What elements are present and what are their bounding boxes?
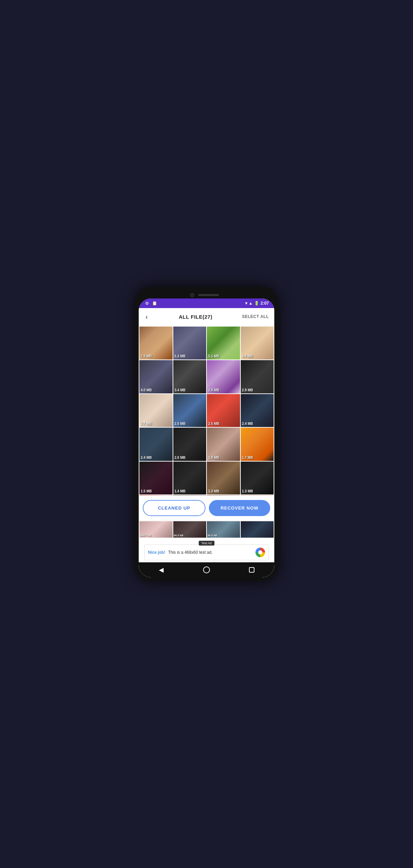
photo-size-label-13: 2.4 MB bbox=[141, 456, 152, 460]
photo-cell-19[interactable]: 1.3 MB bbox=[207, 462, 240, 495]
photo-cell-10[interactable]: 2.5 MB bbox=[173, 394, 206, 427]
photo-size-label-15: 1.9 MB bbox=[208, 456, 219, 460]
nav-recent-button[interactable] bbox=[247, 565, 256, 575]
photo-cell-18[interactable]: 1.4 MB bbox=[173, 462, 206, 495]
ad-banner: Test Ad Nice job! This is a 468x60 test … bbox=[144, 545, 269, 560]
ad-area: 996.7 kB96.5 kB96.0 kB Test Ad Nice job!… bbox=[139, 520, 274, 562]
photo-size-label-11: 2.5 MB bbox=[208, 422, 219, 426]
signal-icon: ▲ bbox=[249, 301, 253, 306]
photo-cell-21[interactable] bbox=[139, 495, 173, 496]
recent-square-icon bbox=[249, 567, 254, 573]
photo-cell-5[interactable]: 4.0 MB bbox=[139, 360, 173, 393]
photo-size-label-6: 3.4 MB bbox=[175, 388, 186, 392]
photo-cell-11[interactable]: 2.5 MB bbox=[207, 394, 240, 427]
page-title: ALL FILE(27) bbox=[179, 314, 212, 320]
photo-size-label-3: 5.1 MB bbox=[208, 354, 219, 358]
phone-frame: ⊙ 📋 ▾ ▲ 🔋 2:07 ‹ ALL FILE(27) SELECT ALL… bbox=[135, 287, 278, 582]
status-left-icons: ⊙ 📋 bbox=[144, 301, 157, 306]
photo-size-label-7: 2.9 MB bbox=[208, 388, 219, 392]
action-buttons-bar: CLEANED UP RECOVER NOW bbox=[139, 496, 274, 520]
photo-size-label-4: 4.8 MB bbox=[242, 354, 253, 358]
photo-size-label-12: 2.4 MB bbox=[242, 422, 253, 426]
wifi-icon: ▾ bbox=[245, 301, 247, 306]
photo-size-label-8: 2.9 MB bbox=[242, 388, 253, 392]
photo-size-label-9: 2.7 MB bbox=[141, 422, 152, 426]
home-circle-icon bbox=[203, 566, 210, 573]
photo-cell-13[interactable]: 2.4 MB bbox=[139, 428, 173, 461]
photo-cell-8[interactable]: 2.9 MB bbox=[241, 360, 274, 393]
bottom-thumbnails: 996.7 kB96.5 kB96.0 kB bbox=[139, 521, 274, 538]
photo-grid-container[interactable]: 7.9 MB5.3 MB5.1 MB4.8 MB4.0 MB3.4 MB2.9 … bbox=[139, 326, 274, 496]
photo-cell-14[interactable]: 2.0 MB bbox=[173, 428, 206, 461]
photo-cell-7[interactable]: 2.9 MB bbox=[207, 360, 240, 393]
photo-size-label-16: 1.7 MB bbox=[242, 456, 253, 460]
speaker bbox=[198, 294, 219, 296]
photo-cell-3[interactable]: 5.1 MB bbox=[207, 327, 240, 360]
photo-size-label-14: 2.0 MB bbox=[175, 456, 186, 460]
bottom-size-label-2: 96.5 kB bbox=[174, 534, 184, 537]
ad-description: This is a 468x60 test ad. bbox=[168, 550, 253, 555]
nav-home-button[interactable] bbox=[202, 565, 211, 575]
navigation-bar: ◀ bbox=[139, 562, 274, 577]
photo-cell-9[interactable]: 2.7 MB bbox=[139, 394, 173, 427]
bottom-size-label-3: 96.0 kB bbox=[208, 534, 217, 537]
photo-cell-1[interactable]: 7.9 MB bbox=[139, 327, 173, 360]
photo-grid: 7.9 MB5.3 MB5.1 MB4.8 MB4.0 MB3.4 MB2.9 … bbox=[139, 326, 274, 496]
bottom-thumb-1[interactable]: 996.7 kB bbox=[139, 521, 173, 538]
photo-size-label-5: 4.0 MB bbox=[141, 388, 152, 392]
status-bar: ⊙ 📋 ▾ ▲ 🔋 2:07 bbox=[139, 298, 274, 308]
phone-screen: ⊙ 📋 ▾ ▲ 🔋 2:07 ‹ ALL FILE(27) SELECT ALL… bbox=[139, 298, 274, 577]
photo-cell-24[interactable] bbox=[241, 495, 274, 496]
front-camera bbox=[190, 293, 194, 297]
photo-cell-22[interactable] bbox=[173, 495, 206, 496]
clipboard-icon: 📋 bbox=[152, 301, 157, 306]
bottom-thumb-3[interactable]: 96.0 kB bbox=[207, 521, 240, 538]
select-all-button[interactable]: SELECT ALL bbox=[242, 314, 269, 319]
time-display: 2:07 bbox=[261, 301, 269, 306]
photo-size-label-1: 7.9 MB bbox=[141, 354, 152, 358]
ad-label: Test Ad bbox=[199, 541, 214, 546]
phone-notch bbox=[139, 291, 274, 298]
back-button[interactable]: ‹ bbox=[144, 311, 149, 322]
app-header: ‹ ALL FILE(27) SELECT ALL bbox=[139, 308, 274, 326]
nav-back-button[interactable]: ◀ bbox=[157, 565, 166, 575]
bottom-size-label-1: 996.7 kB bbox=[140, 534, 151, 537]
cleaned-up-button[interactable]: CLEANED UP bbox=[143, 500, 205, 516]
photo-cell-20[interactable]: 1.3 MB bbox=[241, 462, 274, 495]
photo-size-label-2: 5.3 MB bbox=[175, 354, 186, 358]
photo-cell-6[interactable]: 3.4 MB bbox=[173, 360, 206, 393]
photo-cell-23[interactable] bbox=[207, 495, 240, 496]
circle-icon: ⊙ bbox=[144, 301, 150, 306]
ad-logo-icon bbox=[255, 548, 265, 557]
photo-cell-12[interactable]: 2.4 MB bbox=[241, 394, 274, 427]
photo-cell-4[interactable]: 4.8 MB bbox=[241, 327, 274, 360]
ad-nice-job: Nice job! bbox=[148, 550, 165, 555]
photo-size-label-17: 1.5 MB bbox=[141, 489, 152, 493]
photo-size-label-20: 1.3 MB bbox=[242, 489, 253, 493]
photo-size-label-19: 1.3 MB bbox=[208, 489, 219, 493]
bottom-thumb-4[interactable] bbox=[241, 521, 274, 538]
bottom-thumb-2[interactable]: 96.5 kB bbox=[173, 521, 206, 538]
photo-cell-17[interactable]: 1.5 MB bbox=[139, 462, 173, 495]
photo-cell-16[interactable]: 1.7 MB bbox=[241, 428, 274, 461]
photo-cell-15[interactable]: 1.9 MB bbox=[207, 428, 240, 461]
photo-size-label-10: 2.5 MB bbox=[175, 422, 186, 426]
photo-cell-2[interactable]: 5.3 MB bbox=[173, 327, 206, 360]
recover-now-button[interactable]: RECOVER NOW bbox=[209, 500, 270, 516]
status-right-icons: ▾ ▲ 🔋 2:07 bbox=[245, 301, 269, 306]
photo-size-label-18: 1.4 MB bbox=[175, 489, 186, 493]
battery-icon: 🔋 bbox=[254, 301, 259, 306]
